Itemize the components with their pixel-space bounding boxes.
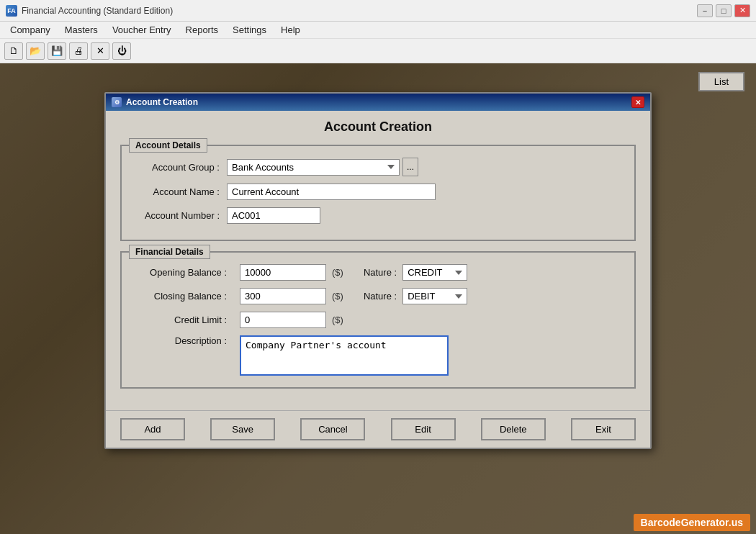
opening-nature-select[interactable]: CREDITDEBIT xyxy=(402,264,467,281)
closing-balance-currency: ($) xyxy=(332,291,343,302)
dialog-container: ⚙ Account Creation ✕ Account Creation Li… xyxy=(0,63,756,534)
account-details-label: Account Details xyxy=(129,138,207,153)
dialog-icon: ⚙ xyxy=(112,97,122,107)
account-creation-dialog: ⚙ Account Creation ✕ Account Creation Li… xyxy=(104,92,652,449)
delete-button[interactable]: Delete xyxy=(481,418,546,440)
menu-company[interactable]: Company xyxy=(3,23,58,37)
account-name-label: Account Name : xyxy=(133,186,227,197)
account-group-browse-button[interactable]: ... xyxy=(402,158,418,176)
minimize-button[interactable]: − xyxy=(697,4,713,17)
account-group-label: Account Group : xyxy=(133,162,227,173)
closing-nature-select[interactable]: DEBITCREDIT xyxy=(402,288,467,304)
print-icon[interactable]: 🖨 xyxy=(69,42,88,60)
open-icon[interactable]: 📂 xyxy=(26,42,45,60)
app-title: Financial Accounting (Standard Edition) xyxy=(22,6,697,16)
account-name-row: Account Name : xyxy=(133,184,623,200)
close-app-button[interactable]: ✕ xyxy=(734,4,750,17)
menu-masters[interactable]: Masters xyxy=(58,23,105,37)
exit-button[interactable]: Exit xyxy=(571,418,636,440)
maximize-button[interactable]: □ xyxy=(716,4,732,17)
account-number-label: Account Number : xyxy=(133,210,227,221)
opening-balance-row: Opening Balance : ($) Nature : CREDITDEB… xyxy=(133,264,623,281)
closing-balance-row: Closing Balance : ($) Nature : DEBITCRED… xyxy=(133,288,623,304)
account-group-row: Account Group : Bank AccountsCash Accoun… xyxy=(133,158,623,176)
cancel-button[interactable]: Cancel xyxy=(300,418,365,440)
closing-balance-input[interactable] xyxy=(240,288,326,304)
opening-nature-label: Nature : xyxy=(364,267,397,278)
save-button[interactable]: Save xyxy=(210,418,275,440)
delete-icon[interactable]: ✕ xyxy=(91,42,109,60)
dialog-heading: Account Creation xyxy=(120,119,636,135)
save-icon[interactable]: 💾 xyxy=(48,42,66,60)
account-name-input[interactable] xyxy=(227,184,436,200)
description-label: Description : xyxy=(133,335,234,346)
menu-voucher-entry[interactable]: Voucher Entry xyxy=(105,23,179,37)
account-number-row: Account Number : xyxy=(133,207,623,224)
account-group-wrap: Bank AccountsCash Accounts ... xyxy=(227,158,418,176)
dialog-titlebar: ⚙ Account Creation ✕ xyxy=(106,94,650,111)
closing-nature-label: Nature : xyxy=(364,291,397,302)
dialog-close-button[interactable]: ✕ xyxy=(631,96,644,108)
description-input[interactable] xyxy=(240,335,449,376)
credit-limit-input[interactable] xyxy=(240,312,326,328)
dialog-body: Account Creation List Account Details Ac… xyxy=(106,111,650,410)
credit-limit-currency: ($) xyxy=(332,314,343,325)
opening-balance-currency: ($) xyxy=(332,267,343,278)
menu-help[interactable]: Help xyxy=(274,23,307,37)
credit-limit-row: Credit Limit : ($) xyxy=(133,312,623,328)
menubar: Company Masters Voucher Entry Reports Se… xyxy=(0,22,756,39)
list-button[interactable]: List xyxy=(698,72,744,91)
dialog-title: Account Creation xyxy=(126,97,631,107)
financial-details-label: Financial Details xyxy=(129,245,210,259)
titlebar: FA Financial Accounting (Standard Editio… xyxy=(0,0,756,22)
financial-details-section: Financial Details Opening Balance : ($) … xyxy=(120,251,636,389)
credit-limit-label: Credit Limit : xyxy=(133,314,234,325)
button-bar: Add Save Cancel Edit Delete Exit xyxy=(106,410,650,448)
toolbar: 🗋 📂 💾 🖨 ✕ ⏻ xyxy=(0,39,756,63)
description-row: Description : xyxy=(133,335,623,376)
account-group-select[interactable]: Bank AccountsCash Accounts xyxy=(227,159,400,176)
edit-button[interactable]: Edit xyxy=(391,418,456,440)
watermark: BarcodeGenerator.us xyxy=(634,514,750,531)
menu-reports[interactable]: Reports xyxy=(179,23,226,37)
account-details-section: Account Details Account Group : Bank Acc… xyxy=(120,145,636,241)
opening-balance-label: Opening Balance : xyxy=(133,267,234,278)
closing-balance-label: Closing Balance : xyxy=(133,291,234,302)
menu-settings[interactable]: Settings xyxy=(225,23,274,37)
new-icon[interactable]: 🗋 xyxy=(4,42,23,60)
account-number-input[interactable] xyxy=(227,207,320,224)
opening-balance-input[interactable] xyxy=(240,264,326,281)
app-icon: FA xyxy=(6,5,17,17)
add-button[interactable]: Add xyxy=(120,418,185,440)
titlebar-buttons: − □ ✕ xyxy=(697,4,750,17)
exit-icon[interactable]: ⏻ xyxy=(112,42,131,60)
